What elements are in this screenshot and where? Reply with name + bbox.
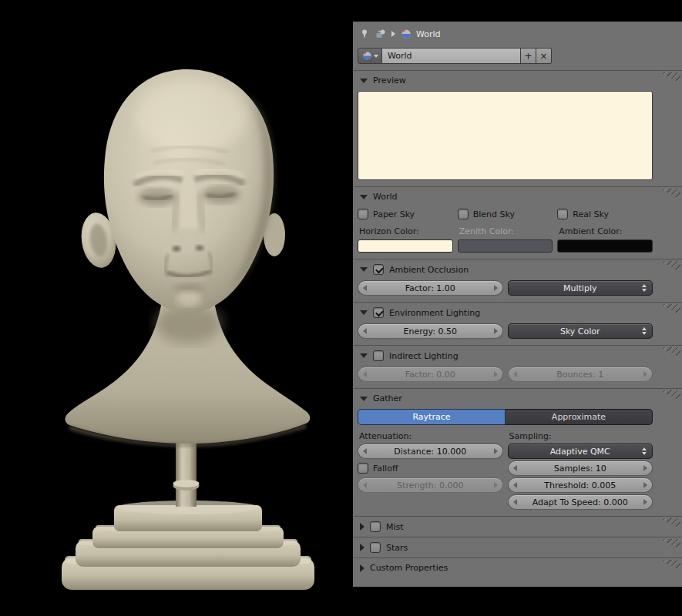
ambient-color-swatch[interactable] xyxy=(557,239,653,253)
gather-method-toggle: Raytrace Approximate xyxy=(358,409,653,425)
sampling-label: Sampling: xyxy=(508,429,653,442)
scene-icon[interactable] xyxy=(375,28,387,40)
world-title: World xyxy=(373,192,398,202)
world-panel-header[interactable]: World xyxy=(353,187,682,206)
sampling-method-dropdown[interactable]: Adaptive QMC xyxy=(508,444,653,459)
slider-value: Distance: 10.000 xyxy=(394,447,466,457)
panel-preview: Preview xyxy=(353,70,682,186)
panel-stars: Stars xyxy=(353,537,682,557)
breadcrumb-label: World xyxy=(416,29,441,39)
breadcrumb-separator-icon xyxy=(391,31,395,37)
collapsed-triangle-icon xyxy=(360,564,365,572)
strength-slider: Strength: 0.000 xyxy=(358,477,503,493)
world-name-value: World xyxy=(388,51,412,61)
falloff-checkbox[interactable]: Falloff xyxy=(358,460,503,476)
indirect-lighting-enable-checkbox[interactable] xyxy=(373,350,384,361)
expand-triangle-icon xyxy=(360,353,368,358)
blender-screen: World World + × Preview xyxy=(0,0,682,616)
plus-icon: + xyxy=(524,52,532,61)
dropdown-value: Sky Color xyxy=(560,326,600,336)
stars-title: Stars xyxy=(386,543,408,553)
dropdown-arrows-icon xyxy=(642,447,647,455)
ambient-occlusion-enable-checkbox[interactable] xyxy=(373,264,384,275)
world-id-block: World + × xyxy=(353,46,682,70)
adapt-to-speed-slider[interactable]: Adapt To Speed: 0.000 xyxy=(508,494,653,510)
raytrace-label: Raytrace xyxy=(412,412,450,422)
collapsed-triangle-icon xyxy=(360,523,365,531)
dropdown-value: Multiply xyxy=(563,283,596,293)
threshold-slider[interactable]: Threshold: 0.005 xyxy=(508,477,653,493)
slider-value: Threshold: 0.005 xyxy=(544,480,616,490)
sampling-column: Sampling: Adaptive QMC Samples: 10 Thres… xyxy=(508,429,653,510)
custom-properties-panel-header[interactable]: Custom Properties xyxy=(353,558,682,578)
dropdown-arrows-icon xyxy=(642,284,647,292)
slider-value: Factor: 1.00 xyxy=(405,283,455,293)
ao-factor-slider[interactable]: Factor: 1.00 xyxy=(358,280,503,296)
gather-panel-header[interactable]: Gather xyxy=(353,389,682,408)
panel-world: World Paper Sky Blend Sky Real Sky xyxy=(353,186,682,259)
slider-value: Samples: 10 xyxy=(554,464,606,474)
mist-panel-header[interactable]: Mist xyxy=(353,517,682,537)
raytrace-button[interactable]: Raytrace xyxy=(358,409,506,425)
preview-title: Preview xyxy=(373,75,406,85)
expand-triangle-icon xyxy=(360,195,368,199)
gather-title: Gather xyxy=(373,393,402,403)
real-sky-checkbox[interactable]: Real Sky xyxy=(557,207,653,221)
environment-lighting-panel-header[interactable]: Environment Lighting xyxy=(353,303,682,323)
slider-value: Bounces: 1 xyxy=(556,370,603,380)
preview-panel-header[interactable]: Preview xyxy=(353,71,682,90)
expand-triangle-icon xyxy=(360,397,368,401)
slider-value: Factor: 0.00 xyxy=(405,370,455,380)
unlink-world-button[interactable]: × xyxy=(536,48,552,64)
dropdown-value: Adaptive QMC xyxy=(550,447,610,457)
distance-slider[interactable]: Distance: 10.000 xyxy=(358,444,503,459)
ambient-occlusion-panel-header[interactable]: Ambient Occlusion xyxy=(353,259,682,280)
zenith-color-swatch xyxy=(458,239,553,253)
stars-panel-header[interactable]: Stars xyxy=(353,537,682,557)
mist-enable-checkbox[interactable] xyxy=(370,521,381,532)
expand-triangle-icon xyxy=(360,310,368,315)
paper-sky-checkbox[interactable]: Paper Sky xyxy=(358,207,453,221)
environment-source-dropdown[interactable]: Sky Color xyxy=(508,323,653,339)
properties-panel: World World + × Preview xyxy=(353,22,682,587)
chevron-down-icon xyxy=(374,55,378,58)
energy-slider[interactable]: Energy: 0.50 xyxy=(358,323,503,339)
pin-icon[interactable] xyxy=(358,28,371,40)
samples-slider[interactable]: Samples: 10 xyxy=(508,460,653,476)
mist-title: Mist xyxy=(386,522,404,532)
world-icon xyxy=(400,28,412,40)
bounces-slider: Bounces: 1 xyxy=(508,367,653,382)
add-world-button[interactable]: + xyxy=(521,48,536,64)
properties-breadcrumb: World xyxy=(353,22,682,46)
stars-enable-checkbox[interactable] xyxy=(370,542,381,553)
attenuation-label: Attenuation: xyxy=(358,429,503,442)
falloff-label: Falloff xyxy=(373,464,398,474)
close-icon: × xyxy=(539,52,547,61)
indirect-lighting-title: Indirect Lighting xyxy=(389,351,459,361)
panel-indirect-lighting: Indirect Lighting Factor: 0.00 Bounces: … xyxy=(353,345,682,388)
world-name-field[interactable]: World xyxy=(382,48,521,64)
blend-sky-checkbox[interactable]: Blend Sky xyxy=(458,207,553,221)
slider-value: Strength: 0.000 xyxy=(397,480,463,490)
panel-environment-lighting: Environment Lighting Energy: 0.50 Sky Co… xyxy=(353,302,682,345)
environment-lighting-enable-checkbox[interactable] xyxy=(373,307,384,318)
world-preview-image xyxy=(358,91,653,180)
paper-sky-label: Paper Sky xyxy=(373,209,415,219)
attenuation-column: Attenuation: Distance: 10.000 Falloff St… xyxy=(358,429,503,510)
ambient-color-label: Ambient Color: xyxy=(557,224,653,238)
panel-custom-properties: Custom Properties xyxy=(353,557,682,578)
dropdown-arrows-icon xyxy=(642,327,647,335)
expand-triangle-icon xyxy=(360,267,368,272)
ao-blend-mode-dropdown[interactable]: Multiply xyxy=(508,280,653,296)
render-viewport xyxy=(0,0,353,616)
world-browse-button[interactable] xyxy=(358,48,382,64)
checkbox-icon xyxy=(458,209,469,219)
collapsed-triangle-icon xyxy=(360,544,365,551)
approximate-button[interactable]: Approximate xyxy=(506,409,653,425)
horizon-color-label: Horizon Color: xyxy=(358,224,453,238)
world-icon xyxy=(362,51,372,61)
indirect-lighting-panel-header[interactable]: Indirect Lighting xyxy=(353,346,682,366)
approximate-label: Approximate xyxy=(552,412,606,422)
horizon-color-swatch[interactable] xyxy=(358,239,453,253)
ambient-occlusion-title: Ambient Occlusion xyxy=(389,265,469,275)
